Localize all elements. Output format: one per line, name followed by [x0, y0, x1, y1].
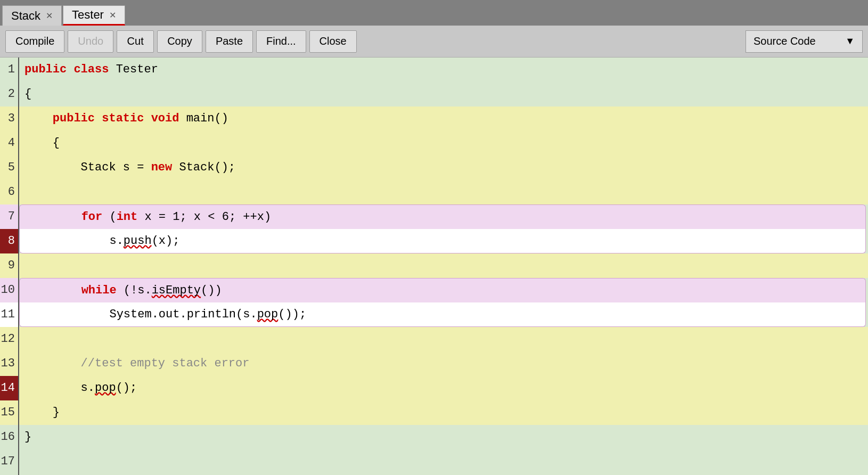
tab-tester-close[interactable]: ✕ — [109, 10, 116, 20]
compile-button[interactable]: Compile — [5, 30, 64, 53]
line-num-3: 3 — [0, 107, 18, 131]
line-num-14: 14 — [0, 376, 18, 400]
code-line-14: s.pop(); — [19, 376, 868, 400]
line-num-12: 12 — [0, 327, 18, 351]
line-num-7: 7 — [0, 204, 18, 229]
line-num-15: 15 — [0, 400, 18, 425]
code-line-9 — [19, 253, 868, 278]
code-line-11: System.out.println(s.pop()); — [19, 302, 866, 327]
dropdown-label: Source Code — [754, 35, 816, 47]
code-line-7: for (int x = 1; x < 6; ++x) — [19, 204, 866, 229]
cut-button[interactable]: Cut — [117, 30, 154, 53]
line-num-16: 16 — [0, 425, 18, 449]
line-num-8: 8 — [0, 229, 18, 253]
code-line-5: Stack s = new Stack(); — [19, 155, 868, 180]
line-num-2: 2 — [0, 82, 18, 107]
tab-bar: Stack ✕ Tester ✕ — [0, 0, 868, 26]
code-line-6 — [19, 180, 868, 204]
line-num-4: 4 — [0, 131, 18, 155]
tab-stack-close[interactable]: ✕ — [46, 11, 53, 21]
line-num-11: 11 — [0, 302, 18, 327]
tab-stack-label: Stack — [11, 9, 40, 23]
copy-button[interactable]: Copy — [157, 30, 202, 53]
code-lines: public class Tester { public static void… — [19, 58, 868, 474]
chevron-down-icon: ▼ — [845, 36, 855, 47]
paste-button[interactable]: Paste — [206, 30, 253, 53]
line-num-5: 5 — [0, 155, 18, 180]
tab-tester[interactable]: Tester ✕ — [63, 5, 125, 26]
code-line-12 — [19, 327, 868, 351]
code-line-15: } — [19, 400, 868, 425]
code-line-17 — [19, 449, 868, 474]
source-code-dropdown[interactable]: Source Code ▼ — [746, 30, 863, 53]
code-line-4: { — [19, 131, 868, 155]
line-num-10: 10 — [0, 278, 18, 302]
code-line-8: s.push(x); — [19, 229, 866, 253]
editor-container: 1 2 3 4 5 6 7 8 9 10 11 12 13 14 15 16 1… — [0, 58, 868, 475]
undo-button[interactable]: Undo — [68, 30, 113, 53]
code-line-10: while (!s.isEmpty()) — [19, 278, 866, 302]
line-num-17: 17 — [0, 449, 18, 474]
code-line-3: public static void main() — [19, 107, 868, 131]
line-num-1: 1 — [0, 58, 18, 82]
find-button[interactable]: Find... — [256, 30, 306, 53]
code-line-13: //test empty stack error — [19, 351, 868, 376]
close-button[interactable]: Close — [309, 30, 357, 53]
toolbar: Compile Undo Cut Copy Paste Find... Clos… — [0, 26, 868, 58]
line-num-13: 13 — [0, 351, 18, 376]
tab-tester-label: Tester — [72, 8, 104, 22]
tab-stack[interactable]: Stack ✕ — [2, 5, 62, 26]
code-editor[interactable]: public class Tester { public static void… — [19, 58, 868, 475]
code-line-16: } — [19, 425, 868, 449]
line-num-6: 6 — [0, 180, 18, 204]
code-line-1: public class Tester — [19, 58, 868, 82]
code-line-2: { — [19, 82, 868, 107]
line-numbers: 1 2 3 4 5 6 7 8 9 10 11 12 13 14 15 16 1… — [0, 58, 19, 475]
line-num-9: 9 — [0, 253, 18, 278]
